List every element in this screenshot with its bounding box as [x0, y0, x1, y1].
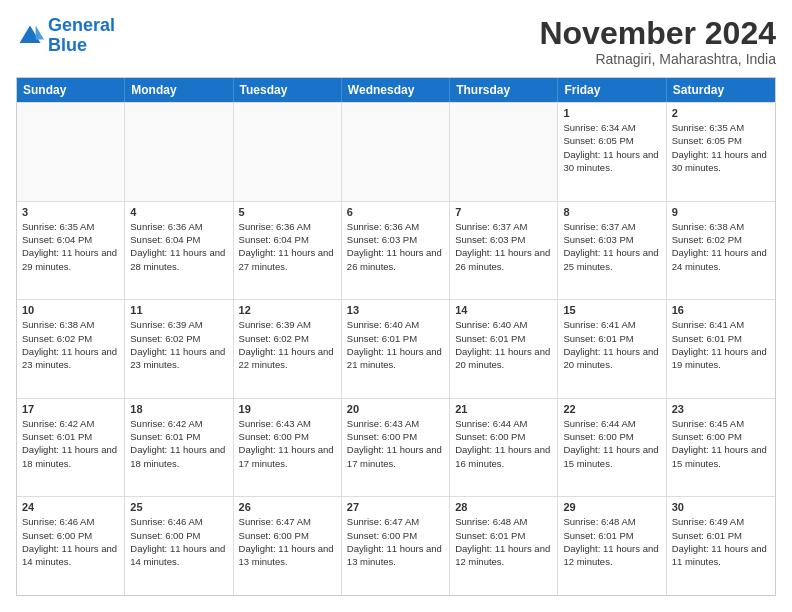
day-cell-19: 19Sunrise: 6:43 AMSunset: 6:00 PMDayligh… [234, 399, 342, 497]
day-cell-11: 11Sunrise: 6:39 AMSunset: 6:02 PMDayligh… [125, 300, 233, 398]
cell-info-13: Sunrise: 6:40 AMSunset: 6:01 PMDaylight:… [347, 318, 444, 371]
day-cell-1: 1Sunrise: 6:34 AMSunset: 6:05 PMDaylight… [558, 103, 666, 201]
day-number-3: 3 [22, 206, 119, 218]
day-cell-28: 28Sunrise: 6:48 AMSunset: 6:01 PMDayligh… [450, 497, 558, 595]
day-cell-25: 25Sunrise: 6:46 AMSunset: 6:00 PMDayligh… [125, 497, 233, 595]
daylight-20: Daylight: 11 hours and 17 minutes. [347, 444, 442, 468]
day-number-7: 7 [455, 206, 552, 218]
daylight-2: Daylight: 11 hours and 30 minutes. [672, 149, 767, 173]
cell-info-24: Sunrise: 6:46 AMSunset: 6:00 PMDaylight:… [22, 515, 119, 568]
sunset-17: Sunset: 6:01 PM [22, 431, 92, 442]
sunrise-3: Sunrise: 6:35 AM [22, 221, 94, 232]
sunset-10: Sunset: 6:02 PM [22, 333, 92, 344]
calendar-week-5: 24Sunrise: 6:46 AMSunset: 6:00 PMDayligh… [17, 496, 775, 595]
sunset-4: Sunset: 6:04 PM [130, 234, 200, 245]
calendar-header: Sunday Monday Tuesday Wednesday Thursday… [17, 78, 775, 102]
day-number-6: 6 [347, 206, 444, 218]
day-number-24: 24 [22, 501, 119, 513]
sunrise-4: Sunrise: 6:36 AM [130, 221, 202, 232]
sunset-2: Sunset: 6:05 PM [672, 135, 742, 146]
sunset-9: Sunset: 6:02 PM [672, 234, 742, 245]
day-number-30: 30 [672, 501, 770, 513]
day-number-25: 25 [130, 501, 227, 513]
calendar-week-4: 17Sunrise: 6:42 AMSunset: 6:01 PMDayligh… [17, 398, 775, 497]
day-number-21: 21 [455, 403, 552, 415]
cell-info-5: Sunrise: 6:36 AMSunset: 6:04 PMDaylight:… [239, 220, 336, 273]
sunrise-11: Sunrise: 6:39 AM [130, 319, 202, 330]
page: General Blue November 2024 Ratnagiri, Ma… [0, 0, 792, 612]
sunset-14: Sunset: 6:01 PM [455, 333, 525, 344]
day-number-17: 17 [22, 403, 119, 415]
day-cell-17: 17Sunrise: 6:42 AMSunset: 6:01 PMDayligh… [17, 399, 125, 497]
daylight-14: Daylight: 11 hours and 20 minutes. [455, 346, 550, 370]
cell-info-6: Sunrise: 6:36 AMSunset: 6:03 PMDaylight:… [347, 220, 444, 273]
sunset-25: Sunset: 6:00 PM [130, 530, 200, 541]
day-cell-26: 26Sunrise: 6:47 AMSunset: 6:00 PMDayligh… [234, 497, 342, 595]
logo-line1: General [48, 15, 115, 35]
sunrise-30: Sunrise: 6:49 AM [672, 516, 744, 527]
daylight-6: Daylight: 11 hours and 26 minutes. [347, 247, 442, 271]
day-cell-24: 24Sunrise: 6:46 AMSunset: 6:00 PMDayligh… [17, 497, 125, 595]
daylight-15: Daylight: 11 hours and 20 minutes. [563, 346, 658, 370]
location: Ratnagiri, Maharashtra, India [539, 51, 776, 67]
sunset-6: Sunset: 6:03 PM [347, 234, 417, 245]
sunset-15: Sunset: 6:01 PM [563, 333, 633, 344]
day-cell-9: 9Sunrise: 6:38 AMSunset: 6:02 PMDaylight… [667, 202, 775, 300]
calendar-week-2: 3Sunrise: 6:35 AMSunset: 6:04 PMDaylight… [17, 201, 775, 300]
sunrise-12: Sunrise: 6:39 AM [239, 319, 311, 330]
daylight-16: Daylight: 11 hours and 19 minutes. [672, 346, 767, 370]
day-number-26: 26 [239, 501, 336, 513]
sunrise-2: Sunrise: 6:35 AM [672, 122, 744, 133]
day-number-27: 27 [347, 501, 444, 513]
daylight-17: Daylight: 11 hours and 18 minutes. [22, 444, 117, 468]
header-wednesday: Wednesday [342, 78, 450, 102]
day-number-22: 22 [563, 403, 660, 415]
day-number-11: 11 [130, 304, 227, 316]
day-number-4: 4 [130, 206, 227, 218]
day-number-9: 9 [672, 206, 770, 218]
sunset-8: Sunset: 6:03 PM [563, 234, 633, 245]
daylight-8: Daylight: 11 hours and 25 minutes. [563, 247, 658, 271]
day-number-18: 18 [130, 403, 227, 415]
cell-info-3: Sunrise: 6:35 AMSunset: 6:04 PMDaylight:… [22, 220, 119, 273]
calendar-week-1: 1Sunrise: 6:34 AMSunset: 6:05 PMDaylight… [17, 102, 775, 201]
daylight-4: Daylight: 11 hours and 28 minutes. [130, 247, 225, 271]
daylight-1: Daylight: 11 hours and 30 minutes. [563, 149, 658, 173]
day-number-28: 28 [455, 501, 552, 513]
title-block: November 2024 Ratnagiri, Maharashtra, In… [539, 16, 776, 67]
empty-cell [234, 103, 342, 201]
sunrise-28: Sunrise: 6:48 AM [455, 516, 527, 527]
cell-info-8: Sunrise: 6:37 AMSunset: 6:03 PMDaylight:… [563, 220, 660, 273]
logo-text: General Blue [48, 16, 115, 56]
day-cell-15: 15Sunrise: 6:41 AMSunset: 6:01 PMDayligh… [558, 300, 666, 398]
header-sunday: Sunday [17, 78, 125, 102]
sunrise-18: Sunrise: 6:42 AM [130, 418, 202, 429]
sunrise-26: Sunrise: 6:47 AM [239, 516, 311, 527]
day-cell-3: 3Sunrise: 6:35 AMSunset: 6:04 PMDaylight… [17, 202, 125, 300]
daylight-23: Daylight: 11 hours and 15 minutes. [672, 444, 767, 468]
sunset-29: Sunset: 6:01 PM [563, 530, 633, 541]
day-cell-4: 4Sunrise: 6:36 AMSunset: 6:04 PMDaylight… [125, 202, 233, 300]
sunset-20: Sunset: 6:00 PM [347, 431, 417, 442]
cell-info-10: Sunrise: 6:38 AMSunset: 6:02 PMDaylight:… [22, 318, 119, 371]
day-cell-12: 12Sunrise: 6:39 AMSunset: 6:02 PMDayligh… [234, 300, 342, 398]
day-number-5: 5 [239, 206, 336, 218]
sunset-26: Sunset: 6:00 PM [239, 530, 309, 541]
day-cell-6: 6Sunrise: 6:36 AMSunset: 6:03 PMDaylight… [342, 202, 450, 300]
sunset-12: Sunset: 6:02 PM [239, 333, 309, 344]
sunset-16: Sunset: 6:01 PM [672, 333, 742, 344]
daylight-22: Daylight: 11 hours and 15 minutes. [563, 444, 658, 468]
day-cell-13: 13Sunrise: 6:40 AMSunset: 6:01 PMDayligh… [342, 300, 450, 398]
logo-icon [16, 22, 44, 50]
day-cell-27: 27Sunrise: 6:47 AMSunset: 6:00 PMDayligh… [342, 497, 450, 595]
daylight-7: Daylight: 11 hours and 26 minutes. [455, 247, 550, 271]
cell-info-25: Sunrise: 6:46 AMSunset: 6:00 PMDaylight:… [130, 515, 227, 568]
day-number-10: 10 [22, 304, 119, 316]
calendar: Sunday Monday Tuesday Wednesday Thursday… [16, 77, 776, 596]
day-cell-20: 20Sunrise: 6:43 AMSunset: 6:00 PMDayligh… [342, 399, 450, 497]
cell-info-23: Sunrise: 6:45 AMSunset: 6:00 PMDaylight:… [672, 417, 770, 470]
cell-info-12: Sunrise: 6:39 AMSunset: 6:02 PMDaylight:… [239, 318, 336, 371]
sunrise-9: Sunrise: 6:38 AM [672, 221, 744, 232]
cell-info-19: Sunrise: 6:43 AMSunset: 6:00 PMDaylight:… [239, 417, 336, 470]
daylight-21: Daylight: 11 hours and 16 minutes. [455, 444, 550, 468]
